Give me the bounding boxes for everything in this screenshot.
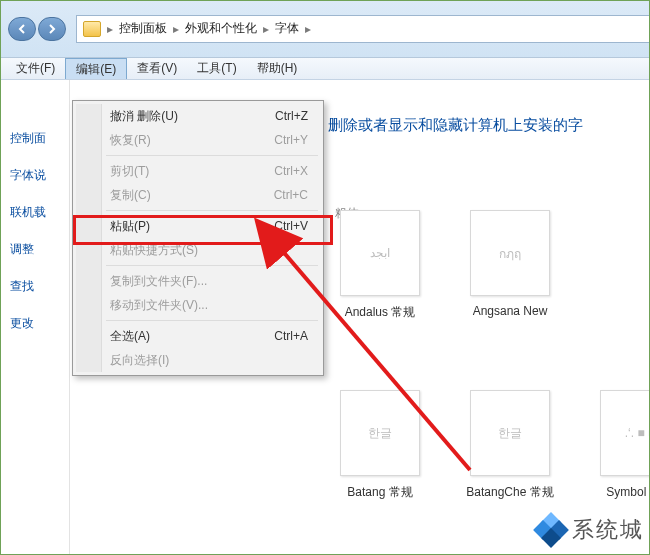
menu-view[interactable]: 查看(V) (127, 58, 187, 79)
breadcrumb-sep-icon: ▸ (173, 22, 179, 36)
menu-paste[interactable]: 粘贴(P)Ctrl+V (76, 214, 320, 238)
breadcrumb-sep-icon: ▸ (305, 22, 311, 36)
font-item-batang[interactable]: 한글 Batang 常规 (330, 390, 430, 501)
sidebar: 控制面 字体说 联机载 调整 查找 更改 (0, 80, 70, 555)
arrow-right-icon (47, 24, 57, 34)
menu-help[interactable]: 帮助(H) (247, 58, 308, 79)
address-bar[interactable]: ▸ 控制面板 ▸ 外观和个性化 ▸ 字体 ▸ (76, 15, 650, 43)
font-preview: ابجد (340, 210, 420, 296)
menu-undo[interactable]: 撤消 删除(U)Ctrl+Z (76, 104, 320, 128)
breadcrumb-sep-icon: ▸ (263, 22, 269, 36)
menu-file[interactable]: 文件(F) (6, 58, 65, 79)
nav-back-button[interactable] (8, 17, 36, 41)
sidebar-link[interactable]: 查找 (0, 268, 69, 305)
sidebar-link[interactable]: 更改 (0, 305, 69, 342)
menu-invert-selection[interactable]: 反向选择(I) (76, 348, 320, 372)
sidebar-link[interactable]: 控制面 (0, 120, 69, 157)
window-titlebar: ▸ 控制面板 ▸ 外观和个性化 ▸ 字体 ▸ (0, 0, 650, 58)
nav-forward-button[interactable] (38, 17, 66, 41)
font-row: ابجد Andalus 常规 กฦฤ Angsana New (330, 210, 560, 321)
nav-buttons (8, 17, 66, 41)
menu-copy-to-folder[interactable]: 复制到文件夹(F)... (76, 269, 320, 293)
menu-select-all[interactable]: 全选(A)Ctrl+A (76, 324, 320, 348)
menu-cut[interactable]: 剪切(T)Ctrl+X (76, 159, 320, 183)
font-item-angsana[interactable]: กฦฤ Angsana New (460, 210, 560, 321)
menu-tools[interactable]: 工具(T) (187, 58, 246, 79)
menu-edit[interactable]: 编辑(E) (65, 58, 127, 79)
watermark-text: 系统城 (572, 515, 644, 545)
font-label: Batang 常规 (330, 484, 430, 501)
breadcrumb-item[interactable]: 控制面板 (119, 20, 167, 37)
menu-separator (106, 265, 318, 266)
edit-menu-dropdown: 撤消 删除(U)Ctrl+Z 恢复(R)Ctrl+Y 剪切(T)Ctrl+X 复… (72, 100, 324, 376)
arrow-left-icon (17, 24, 27, 34)
menu-separator (106, 210, 318, 211)
font-label: BatangChe 常规 (460, 484, 560, 501)
font-preview: 한글 (470, 390, 550, 476)
font-item-symbol[interactable]: .‘. ■ ■ Symbol 字符 (590, 390, 650, 501)
font-preview: กฦฤ (470, 210, 550, 296)
menu-separator (106, 320, 318, 321)
font-item-andalus[interactable]: ابجد Andalus 常规 (330, 210, 430, 321)
main-heading: 删除或者显示和隐藏计算机上安装的字 (328, 116, 583, 135)
folder-icon (83, 21, 101, 37)
font-label: Symbol 字符 (590, 484, 650, 501)
font-preview: 한글 (340, 390, 420, 476)
font-item-batangche[interactable]: 한글 BatangChe 常规 (460, 390, 560, 501)
sidebar-link[interactable]: 调整 (0, 231, 69, 268)
font-row: 한글 Batang 常规 한글 BatangChe 常规 .‘. ■ ■ Sym… (330, 390, 650, 501)
menu-redo[interactable]: 恢复(R)Ctrl+Y (76, 128, 320, 152)
font-label: Angsana New (460, 304, 560, 318)
breadcrumb-item[interactable]: 外观和个性化 (185, 20, 257, 37)
menu-move-to-folder[interactable]: 移动到文件夹(V)... (76, 293, 320, 317)
watermark: 系统城 (536, 515, 644, 545)
font-label: Andalus 常规 (330, 304, 430, 321)
sidebar-link[interactable]: 字体说 (0, 157, 69, 194)
breadcrumb-sep-icon: ▸ (107, 22, 113, 36)
menu-paste-shortcut[interactable]: 粘贴快捷方式(S) (76, 238, 320, 262)
breadcrumb-item[interactable]: 字体 (275, 20, 299, 37)
sidebar-link[interactable]: 联机载 (0, 194, 69, 231)
menu-separator (106, 155, 318, 156)
watermark-logo-icon (536, 515, 566, 545)
font-preview: .‘. ■ ■ (600, 390, 650, 476)
menubar: 文件(F) 编辑(E) 查看(V) 工具(T) 帮助(H) (0, 58, 650, 80)
menu-copy[interactable]: 复制(C)Ctrl+C (76, 183, 320, 207)
